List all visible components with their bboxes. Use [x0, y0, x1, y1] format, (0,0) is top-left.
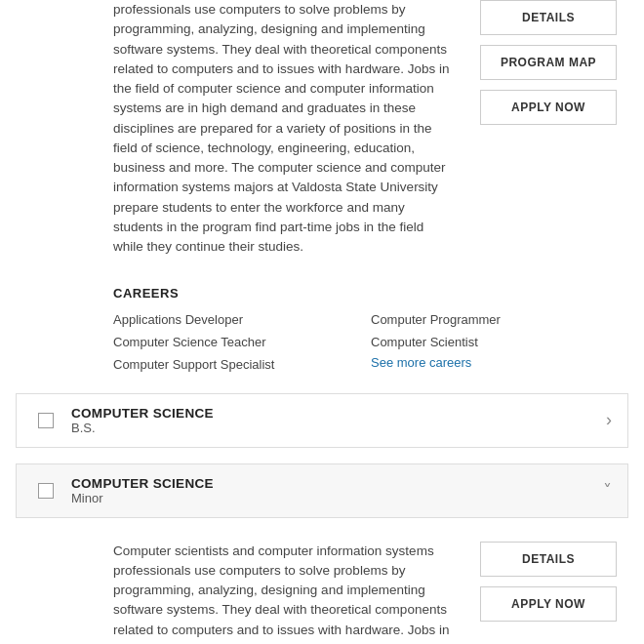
see-more-careers-link[interactable]: See more careers	[371, 355, 628, 370]
careers-section: CAREERS Applications Developer Computer …	[0, 276, 644, 384]
program-info-minor: COMPUTER SCIENCE Minor	[60, 476, 603, 505]
careers-grid: Applications Developer Computer Science …	[113, 310, 628, 375]
program-degree-bs: B.S.	[71, 421, 606, 435]
careers-col-2: Computer Programmer Computer Scientist S…	[371, 310, 628, 375]
careers-col-1: Applications Developer Computer Science …	[113, 310, 371, 375]
checkbox-area-minor[interactable]	[32, 483, 60, 499]
program-row-bs[interactable]: COMPUTER SCIENCE B.S. ›	[16, 393, 628, 448]
top-buttons-col: DETAILS PROGRAM MAP APPLY NOW	[468, 0, 644, 257]
checkbox-area-bs[interactable]	[32, 413, 60, 428]
career-item-2: Computer Science Teacher	[113, 333, 371, 353]
apply-now-button-top[interactable]: APPLY NOW	[480, 90, 617, 125]
checkbox-bs[interactable]	[38, 413, 54, 428]
details-button-bottom[interactable]: DETAILS	[480, 542, 617, 577]
program-name-bs: COMPUTER SCIENCE	[71, 406, 606, 421]
career-item-3: Computer Support Specialist	[113, 355, 371, 376]
details-button-top[interactable]: DETAILS	[480, 0, 617, 35]
program-degree-minor: Minor	[71, 491, 603, 505]
chevron-minor: ˅	[603, 480, 612, 502]
career-item-1: Applications Developer	[113, 310, 371, 331]
program-name-minor: COMPUTER SCIENCE	[71, 476, 603, 491]
chevron-bs: ›	[606, 410, 612, 430]
career-item-4: Computer Programmer	[371, 310, 628, 331]
page-container: professionals use computers to solve pro…	[0, 0, 644, 644]
top-description-text: professionals use computers to solve pro…	[113, 0, 453, 257]
program-row-minor[interactable]: COMPUTER SCIENCE Minor ˅	[16, 463, 628, 518]
bottom-description: Computer scientists and computer informa…	[0, 542, 468, 644]
bottom-section: Computer scientists and computer informa…	[0, 526, 644, 644]
checkbox-minor[interactable]	[38, 483, 54, 499]
program-map-button[interactable]: PROGRAM MAP	[480, 45, 617, 80]
careers-title: CAREERS	[113, 286, 628, 301]
top-description: professionals use computers to solve pro…	[0, 0, 468, 257]
bottom-description-text: Computer scientists and computer informa…	[113, 542, 453, 644]
bottom-buttons-col: DETAILS APPLY NOW	[468, 542, 644, 644]
apply-now-button-bottom[interactable]: APPLY NOW	[480, 586, 617, 622]
program-info-bs: COMPUTER SCIENCE B.S.	[60, 406, 606, 435]
career-item-5: Computer Scientist	[371, 333, 628, 353]
top-section: professionals use computers to solve pro…	[0, 0, 644, 276]
